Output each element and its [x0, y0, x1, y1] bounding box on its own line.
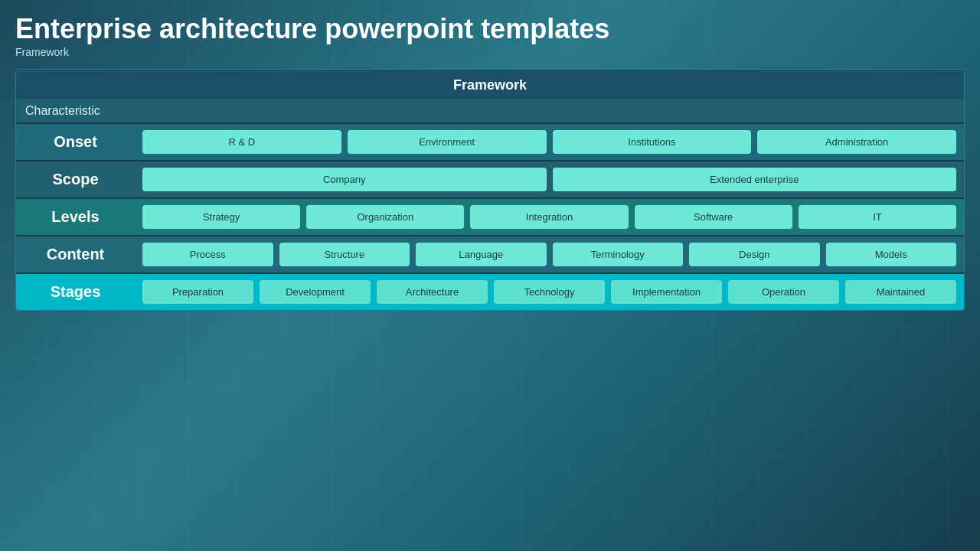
row-stages: StagesPreparationDevelopmentArchitecture… — [16, 272, 964, 310]
row-cells-onset: R & DEnvironmentInstitutionsAdministrati… — [135, 124, 964, 160]
cell-stages-1: Development — [260, 280, 371, 304]
row-scope: ScopeCompanyExtended enterprise — [16, 160, 964, 197]
row-label-levels: Levels — [16, 199, 135, 235]
characteristic-label: Characteristic — [25, 104, 100, 117]
framework-container: Framework Characteristic OnsetR & DEnvir… — [15, 69, 965, 311]
cell-levels-2: Integration — [470, 205, 628, 229]
cell-content-2: Language — [416, 243, 547, 266]
cell-levels-1: Organization — [306, 205, 464, 229]
cell-stages-6: Maintained — [845, 280, 956, 304]
row-label-stages: Stages — [16, 274, 135, 310]
cell-onset-0: R & D — [142, 130, 341, 154]
cell-stages-2: Architecture — [377, 280, 488, 304]
page-title: Enterprise architecture powerpoint templ… — [15, 14, 965, 44]
row-cells-content: ProcessStructureLanguageTerminologyDesig… — [135, 236, 964, 272]
characteristic-row: Characteristic — [16, 99, 964, 122]
rows-container: OnsetR & DEnvironmentInstitutionsAdminis… — [16, 122, 964, 310]
row-levels: LevelsStrategyOrganizationIntegrationSof… — [16, 197, 964, 235]
row-onset: OnsetR & DEnvironmentInstitutionsAdminis… — [16, 122, 964, 160]
cell-scope-1: Extended enterprise — [553, 168, 957, 191]
cell-levels-4: IT — [799, 205, 956, 229]
cell-scope-0: Company — [142, 168, 547, 191]
cell-content-0: Process — [142, 243, 273, 266]
cell-stages-4: Implementation — [611, 280, 722, 304]
cell-content-1: Structure — [279, 243, 410, 266]
cell-levels-0: Strategy — [142, 205, 300, 229]
row-cells-scope: CompanyExtended enterprise — [135, 161, 964, 197]
cell-content-4: Design — [689, 243, 820, 266]
framework-title: Framework — [453, 77, 527, 93]
row-label-content: Content — [16, 236, 135, 272]
cell-stages-3: Technology — [494, 280, 605, 304]
cell-onset-1: Environment — [348, 130, 547, 154]
cell-stages-0: Preparation — [142, 280, 253, 304]
cell-content-3: Terminology — [553, 243, 684, 266]
cell-onset-3: Administration — [757, 130, 956, 154]
row-content: ContentProcessStructureLanguageTerminolo… — [16, 235, 964, 272]
row-label-scope: Scope — [16, 161, 135, 197]
cell-levels-3: Software — [635, 205, 792, 229]
page-subtitle: Framework — [15, 46, 965, 58]
cell-content-5: Models — [826, 243, 957, 266]
cell-onset-2: Institutions — [553, 130, 752, 154]
row-cells-stages: PreparationDevelopmentArchitectureTechno… — [135, 274, 964, 310]
cell-stages-5: Operation — [728, 280, 839, 304]
row-label-onset: Onset — [16, 124, 135, 160]
page-wrapper: Enterprise architecture powerpoint templ… — [0, 0, 980, 551]
framework-header: Framework — [16, 70, 964, 99]
row-cells-levels: StrategyOrganizationIntegrationSoftwareI… — [135, 199, 964, 235]
